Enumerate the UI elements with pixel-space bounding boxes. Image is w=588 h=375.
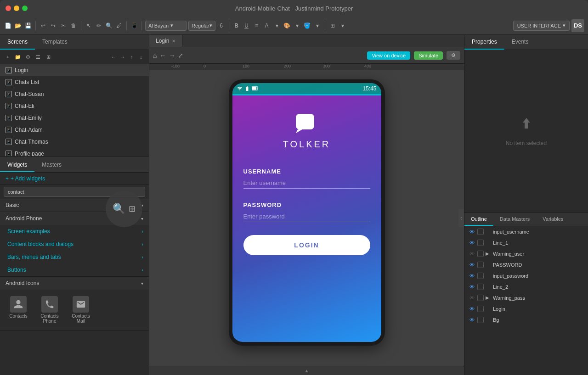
tab-events[interactable]: Events (504, 35, 536, 50)
ui-dropdown[interactable]: USER INTERFACE ▾ (513, 21, 570, 31)
screen-config-icon[interactable]: ⚙ (24, 53, 32, 61)
tab-properties[interactable]: Properties (464, 35, 504, 50)
subcategory-buttons[interactable]: Buttons › (0, 263, 149, 276)
screen-item-chats-list[interactable]: 📱 Chats List (0, 76, 149, 88)
check-line2[interactable] (477, 284, 484, 290)
eye-icon-login[interactable]: 👁 (468, 305, 475, 313)
screen-item-chat-emily[interactable]: 📱 Chat-Emily (0, 112, 149, 124)
maximize-button[interactable] (22, 6, 28, 11)
check-password[interactable] (477, 262, 484, 268)
check-input-username[interactable] (477, 229, 484, 235)
screen-item-profile[interactable]: 📱 Profile page (0, 148, 149, 156)
minimize-button[interactable] (14, 6, 19, 11)
eye-icon-input-username[interactable]: 👁 (468, 228, 475, 235)
external-icon[interactable]: ⤢ (178, 52, 183, 59)
password-input[interactable] (243, 211, 370, 222)
underline-icon[interactable]: U (243, 22, 251, 30)
expand-warning-user[interactable]: ▶ (486, 251, 491, 256)
eye-icon-input-password[interactable]: 👁 (468, 272, 475, 280)
canvas-tab-close-icon[interactable]: ✕ (172, 39, 175, 44)
outline-item-bg[interactable]: 👁 Bg (464, 314, 588, 325)
list-view-icon[interactable]: ☰ (34, 53, 42, 61)
eye-icon-line2[interactable]: 👁 (468, 283, 475, 291)
home-icon[interactable]: ⌂ (153, 52, 157, 59)
paint-icon[interactable]: 🎨 (283, 22, 291, 30)
tab-templates[interactable]: Templates (35, 35, 75, 50)
category-android-icons-header[interactable]: Android Icons ▾ (0, 277, 149, 290)
folder-icon[interactable]: 📁 (14, 53, 22, 61)
user-badge[interactable]: DS (571, 19, 584, 32)
eye-icon-password[interactable]: 👁 (468, 261, 475, 269)
canvas-collapse-button[interactable]: ‹ (458, 209, 464, 227)
screen-item-login[interactable]: 📱 Login (0, 64, 149, 76)
outline-item-line2[interactable]: 👁 Line_2 (464, 281, 588, 292)
screen-item-chat-susan[interactable]: 📱 Chat-Susan (0, 88, 149, 100)
login-button[interactable]: LOGIN (243, 235, 370, 255)
nav-right-icon[interactable]: → (119, 53, 127, 61)
outline-item-input-password[interactable]: 👁 input_password (464, 270, 588, 281)
screen-item-chat-adam[interactable]: 📱 Chat-Adam (0, 124, 149, 136)
open-icon[interactable]: 📂 (14, 22, 22, 30)
grid-view-icon[interactable]: ⊞ (44, 53, 52, 61)
tab-data-masters[interactable]: Data Masters (493, 213, 536, 226)
font-family-selector[interactable]: Al Bayan ▾ (145, 21, 187, 31)
mobile-icon[interactable]: 📱 (130, 22, 138, 30)
username-input[interactable] (243, 178, 370, 189)
arrange-icon[interactable]: ⊞ (328, 22, 337, 30)
nav-left-icon[interactable]: ← (109, 53, 118, 61)
simulate-button[interactable]: Simulate (414, 51, 443, 60)
select-icon[interactable]: ↖ (85, 22, 93, 30)
settings-button[interactable]: ⚙ (447, 51, 460, 60)
delete-icon[interactable]: 🗑 (69, 22, 78, 30)
redo-icon[interactable]: ↪ (49, 22, 57, 30)
text-icon[interactable]: A (263, 22, 271, 30)
back-icon[interactable]: ← (159, 52, 166, 59)
new-icon[interactable]: 📄 (4, 22, 12, 30)
search-overlay[interactable]: 🔍 ⊞ (106, 190, 142, 227)
check-warning-pass[interactable] (477, 295, 484, 301)
eye-icon-bg[interactable]: 👁 (468, 316, 475, 324)
fill-arrow-icon[interactable]: ▾ (313, 22, 322, 30)
check-bg[interactable] (477, 317, 484, 323)
tab-masters[interactable]: Masters (34, 158, 69, 172)
view-on-device-button[interactable]: View on device (367, 51, 410, 60)
pen-icon[interactable]: 🖊 (115, 22, 123, 30)
screen-item-chat-thomas[interactable]: 📱 Chat-Thomas (0, 136, 149, 148)
outline-item-warning-pass[interactable]: 👁 ▶ Warning_pass (464, 292, 588, 303)
icon-contacts[interactable]: Contacts (4, 293, 33, 326)
outline-item-line1[interactable]: 👁 Line_1 (464, 237, 588, 248)
canvas-bottom-scroll[interactable]: ▲ (149, 366, 464, 375)
cut-icon[interactable]: ✂ (59, 22, 68, 30)
tab-outline[interactable]: Outline (464, 213, 493, 226)
eye-icon-line1[interactable]: 👁 (468, 239, 475, 246)
nav-up-icon[interactable]: ↑ (128, 53, 136, 61)
subcategory-content-blocks[interactable]: Content blocks and dialogs › (0, 238, 149, 251)
icon-contacts-phone[interactable]: Contacts Phone (35, 293, 64, 326)
draw-icon[interactable]: ✏ (95, 22, 103, 30)
outline-item-password[interactable]: 👁 PASSWORD (464, 259, 588, 270)
fill-icon[interactable]: 🪣 (303, 22, 311, 30)
check-login[interactable] (477, 306, 484, 312)
font-style-selector[interactable]: Regular ▾ (188, 21, 215, 31)
check-input-password[interactable] (477, 273, 484, 279)
tab-screens[interactable]: Screens (0, 35, 35, 50)
tab-variables[interactable]: Variables (536, 213, 570, 226)
zoom-icon[interactable]: 🔍 (105, 22, 113, 30)
arrange-arrow-icon[interactable]: ▾ (339, 22, 347, 30)
screen-item-chat-eli[interactable]: 📱 Chat-Eli (0, 100, 149, 112)
forward-icon[interactable]: → (169, 52, 175, 59)
format-icon[interactable]: ▾ (273, 22, 281, 30)
nav-down-icon[interactable]: ↓ (137, 53, 145, 61)
outline-item-login[interactable]: 👁 Login (464, 303, 588, 314)
subcategory-bars-menus[interactable]: Bars, menus and tabs › (0, 251, 149, 263)
undo-icon[interactable]: ↩ (39, 22, 47, 30)
align-icon[interactable]: ≡ (253, 22, 261, 30)
tab-widgets[interactable]: Widgets (0, 158, 34, 172)
check-line1[interactable] (477, 240, 484, 246)
dropper-icon[interactable]: ▾ (293, 22, 301, 30)
save-icon[interactable]: 💾 (24, 22, 32, 30)
font-size-icon[interactable]: 6 (217, 22, 226, 30)
canvas-tab-login[interactable]: Login ✕ (149, 35, 182, 47)
expand-warning-pass[interactable]: ▶ (486, 295, 491, 300)
add-screen-icon[interactable]: + (4, 53, 12, 61)
